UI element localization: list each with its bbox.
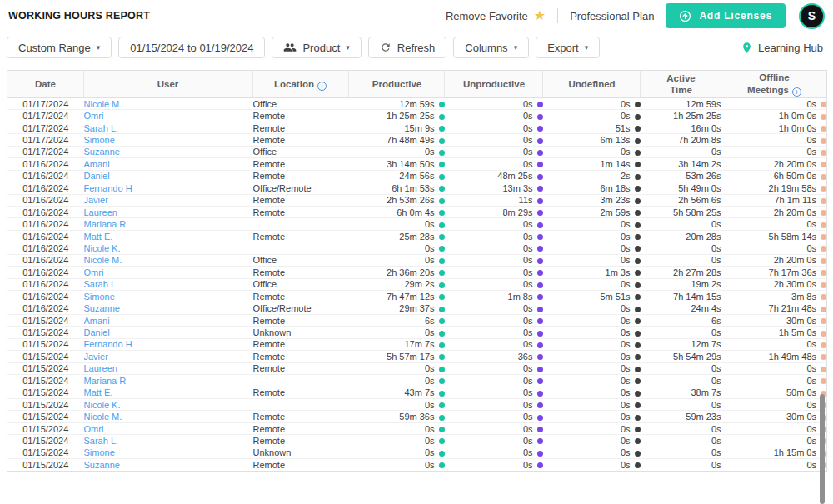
offline_meetings-dot-icon — [821, 162, 826, 167]
cell-date-value: 01/17/2024 — [22, 147, 68, 157]
user-link[interactable]: Nicole K. — [84, 243, 121, 253]
table-row: 01/17/2024OmriRemote1h 25m 25s0s0s1h 25m… — [7, 110, 827, 122]
column-header-unproductive[interactable]: Unproductive — [445, 71, 543, 98]
cell-user: Omri — [84, 422, 253, 434]
cell-active_time: 0s — [641, 242, 721, 254]
cell-undefined: 0s — [543, 98, 641, 110]
user-link[interactable]: Sarah L. — [84, 436, 119, 446]
user-link[interactable]: Sarah L. — [84, 123, 119, 133]
column-header-location[interactable]: Locationi — [253, 71, 349, 98]
cell-productive: 6h 0m 4s — [349, 206, 445, 217]
chevron-down-icon: ▾ — [346, 44, 350, 52]
user-link[interactable]: Omri — [84, 267, 104, 277]
cell-productive-value: 29m 2s — [404, 279, 434, 289]
top-bar: WORKING HOURS REPORT Remove Favorite ★ P… — [0, 0, 833, 32]
info-icon[interactable]: i — [317, 82, 327, 91]
cell-date: 01/16/2024 — [7, 230, 84, 242]
cell-productive: 0s — [349, 327, 445, 338]
learning-hub-button[interactable]: Learning Hub — [741, 42, 823, 54]
product-dropdown[interactable]: Product ▾ — [272, 37, 361, 58]
cell-active_time: 24m 4s — [641, 302, 721, 314]
user-link[interactable]: Sarah L. — [84, 279, 119, 289]
user-link[interactable]: Fernando H — [84, 339, 132, 349]
user-link[interactable]: Suzanne — [84, 147, 120, 157]
export-dropdown[interactable]: Export ▾ — [536, 37, 600, 58]
user-link[interactable]: Javier — [84, 352, 108, 362]
user-link[interactable]: Omri — [84, 111, 104, 121]
user-link[interactable]: Omri — [84, 424, 104, 434]
cell-date: 01/17/2024 — [7, 134, 84, 146]
date-range-input[interactable]: 01/15/2024 to 01/19/2024 — [118, 37, 265, 58]
table-row: 01/15/2024Mariana R0s0s0s0s0s — [7, 375, 827, 387]
undefined-dot-icon — [635, 451, 641, 457]
user-link[interactable]: Amani — [84, 316, 110, 326]
productive-dot-icon — [439, 246, 445, 252]
user-link[interactable]: Mariana R — [84, 219, 127, 229]
column-header-undefined[interactable]: Undefined — [543, 71, 641, 98]
cell-productive-value: 6h 1m 53s — [392, 183, 434, 193]
user-link[interactable]: Suzanne — [84, 303, 120, 313]
date-range-type-dropdown[interactable]: Custom Range ▾ — [7, 37, 112, 58]
user-link[interactable]: Nicole M. — [84, 412, 122, 422]
productive-dot-icon — [439, 391, 445, 397]
user-link[interactable]: Matt E. — [84, 232, 113, 242]
column-header-user[interactable]: User — [84, 71, 253, 98]
user-link[interactable]: Nicole M. — [84, 255, 122, 265]
cell-unproductive-value: 0s — [523, 339, 533, 349]
column-header-active-time[interactable]: Active Time — [641, 71, 721, 98]
favorite-star-icon[interactable]: ★ — [534, 9, 546, 22]
cell-date-value: 01/15/2024 — [22, 436, 68, 446]
productive-dot-icon — [439, 354, 445, 360]
columns-label: Columns — [465, 42, 507, 54]
cell-active_time: 0s — [641, 218, 721, 230]
productive-dot-icon — [439, 102, 445, 107]
user-link[interactable]: Simone — [84, 292, 115, 302]
cell-offline_meetings-value: 5h 58m 14s — [769, 232, 816, 242]
user-link[interactable]: Daniel — [84, 327, 110, 337]
cell-productive: 2h 53m 26s — [349, 194, 445, 206]
user-link[interactable]: Suzanne — [84, 460, 120, 470]
column-header-productive[interactable]: Productive — [349, 71, 445, 98]
cell-productive-value: 5h 57m 17s — [387, 352, 434, 362]
add-licenses-button[interactable]: Add Licenses — [666, 3, 786, 28]
cell-active_time-value: 0s — [711, 400, 721, 410]
columns-dropdown[interactable]: Columns ▾ — [453, 37, 529, 58]
vertical-scrollbar-thumb[interactable] — [820, 394, 825, 504]
user-link[interactable]: Javier — [84, 195, 108, 205]
cell-date-value: 01/16/2024 — [22, 279, 68, 289]
cell-productive: 0s — [349, 447, 445, 458]
column-header-offline-meetings[interactable]: Offline Meetingsi — [721, 71, 827, 98]
cell-productive-value: 2h 36m 20s — [387, 267, 434, 277]
cell-date: 01/17/2024 — [7, 122, 84, 133]
cell-undefined-value: 2s — [621, 171, 631, 181]
cell-active_time-value: 0s — [711, 436, 721, 446]
cell-offline_meetings-value: 0s — [806, 460, 816, 470]
user-link[interactable]: Amani — [84, 159, 110, 169]
user-link[interactable]: Nicole K. — [84, 400, 121, 410]
remove-favorite-button[interactable]: Remove Favorite ★ — [446, 9, 546, 22]
user-link[interactable]: Simone — [84, 447, 115, 457]
cell-undefined: 0s — [543, 302, 641, 314]
unproductive-dot-icon — [537, 282, 543, 288]
user-link[interactable]: Laureen — [84, 363, 117, 373]
user-link[interactable]: Simone — [84, 135, 115, 145]
cell-active_time-value: 5h 58m 25s — [673, 207, 721, 217]
unproductive-dot-icon — [537, 367, 543, 372]
column-header-date[interactable]: Date — [7, 71, 84, 98]
avatar[interactable]: S — [801, 5, 823, 27]
user-link[interactable]: Daniel — [84, 171, 110, 181]
user-link[interactable]: Mariana R — [84, 376, 127, 386]
cell-productive: 0s — [349, 459, 445, 471]
undefined-dot-icon — [635, 186, 641, 192]
productive-dot-icon — [439, 138, 445, 144]
info-icon[interactable]: i — [792, 87, 801, 97]
refresh-button[interactable]: Refresh — [368, 37, 447, 58]
cell-location — [253, 375, 349, 387]
user-link[interactable]: Nicole M. — [84, 99, 122, 109]
cell-undefined-value: 0s — [621, 232, 631, 242]
add-circle-icon — [679, 10, 691, 22]
user-link[interactable]: Laureen — [84, 207, 117, 217]
user-link[interactable]: Fernando H — [84, 183, 132, 193]
cell-date-value: 01/16/2024 — [22, 243, 68, 253]
user-link[interactable]: Matt E. — [84, 387, 113, 397]
